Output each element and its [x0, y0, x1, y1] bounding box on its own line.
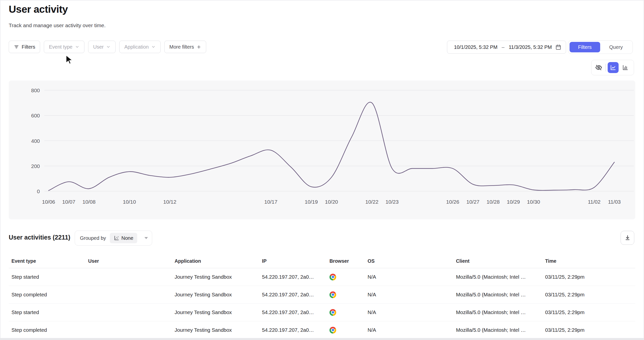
svg-text:400: 400: [31, 138, 40, 144]
svg-text:10/22: 10/22: [365, 199, 378, 205]
page-title: User activity: [9, 4, 68, 15]
filters-query-toggle: Filters Query: [568, 40, 633, 54]
chrome-icon: [330, 291, 336, 298]
cell-application: Journey Testing Sandbox: [172, 292, 259, 298]
grouped-by-chip[interactable]: None: [110, 233, 138, 243]
date-range-end: 11/3/2025, 5:32 PM: [509, 44, 552, 50]
svg-text:10/19: 10/19: [305, 199, 318, 205]
svg-text:600: 600: [31, 113, 40, 118]
chevron-down-icon: [106, 45, 110, 49]
svg-text:0: 0: [37, 188, 40, 194]
chrome-icon: [330, 309, 336, 316]
svg-text:10/30: 10/30: [527, 199, 540, 205]
mouse-cursor: [65, 55, 74, 65]
cell-event-type: Step started: [9, 274, 86, 280]
svg-text:800: 800: [31, 88, 40, 93]
chrome-icon: [330, 327, 336, 333]
svg-text:10/26: 10/26: [446, 199, 460, 205]
cell-event-type: Step completed: [9, 292, 86, 298]
table-row[interactable]: Step completedJourney Testing Sandbox54.…: [9, 286, 635, 304]
activity-chart-panel: 020040060080010/0610/0710/0810/1010/1210…: [9, 81, 635, 219]
bar-chart-button[interactable]: [620, 62, 630, 73]
svg-text:10/17: 10/17: [264, 199, 278, 205]
bottom-strip: [0, 338, 644, 340]
chevron-down-icon: [151, 45, 156, 49]
column-header: Event type: [9, 258, 86, 264]
user-activity-page: User activity Track and manage user acti…: [0, 0, 644, 340]
cell-os: N/A: [365, 327, 453, 333]
svg-text:11/03: 11/03: [608, 199, 621, 205]
user-filter-label: User: [93, 44, 104, 50]
page-subtitle: Track and manage user activity over time…: [9, 23, 106, 29]
application-filter-label: Application: [124, 44, 149, 50]
cell-ip: 54.220.197.207, 2a0…: [259, 309, 327, 315]
cell-client: Mozilla/5.0 (Macintosh; Intel …: [453, 327, 542, 333]
column-header: Time: [542, 258, 635, 264]
table-header-row: Event typeUserApplicationIPBrowserOSClie…: [9, 254, 635, 268]
date-range-picker[interactable]: 10/1/2025, 5:32 PM – 11/3/2025, 5:32 PM: [447, 41, 566, 54]
cell-time: 03/11/25, 2:29pm: [542, 309, 635, 315]
cell-application: Journey Testing Sandbox: [172, 274, 259, 280]
more-filters-label: More filters: [169, 44, 194, 50]
svg-text:11/02: 11/02: [588, 199, 600, 205]
column-header: Application: [172, 258, 259, 264]
bar-chart-icon: [622, 64, 628, 71]
application-filter[interactable]: Application: [119, 41, 161, 53]
filters-button-label: Filters: [22, 44, 35, 50]
cell-client: Mozilla/5.0 (Macintosh; Intel …: [453, 274, 542, 280]
date-range-start: 10/1/2025, 5:32 PM: [454, 44, 498, 50]
query-tab[interactable]: Query: [601, 42, 631, 52]
column-header: IP: [259, 258, 327, 264]
cell-browser: [327, 309, 365, 315]
table-row[interactable]: Step startedJourney Testing Sandbox54.22…: [9, 268, 635, 286]
plus-icon: [196, 45, 201, 49]
cell-browser: [327, 326, 365, 333]
cell-client: Mozilla/5.0 (Macintosh; Intel …: [453, 309, 542, 315]
cell-time: 03/11/25, 2:29pm: [542, 327, 635, 333]
svg-text:10/23: 10/23: [386, 199, 399, 205]
activity-line-chart: 020040060080010/0610/0710/0810/1010/1210…: [9, 81, 635, 219]
chevron-down-icon: [75, 45, 80, 49]
svg-text:10/07: 10/07: [62, 199, 76, 205]
activities-title: User activities (2211): [9, 234, 70, 241]
table-row[interactable]: Step completedJourney Testing Sandbox54.…: [9, 321, 635, 339]
cell-event-type: Step started: [9, 309, 86, 315]
cell-time: 03/11/25, 2:29pm: [542, 274, 635, 280]
svg-text:10/20: 10/20: [325, 199, 338, 205]
line-chart-icon: [610, 64, 616, 71]
line-chart-button[interactable]: [608, 62, 618, 73]
cell-event-type: Step completed: [9, 327, 86, 333]
cell-time: 03/11/25, 2:29pm: [542, 292, 635, 298]
toolbar-divider: [606, 64, 606, 71]
svg-text:200: 200: [31, 163, 40, 169]
filters-tab[interactable]: Filters: [570, 42, 600, 52]
grouped-by-control[interactable]: Grouped by None: [75, 231, 152, 245]
column-header: Browser: [327, 258, 365, 264]
download-button[interactable]: [620, 231, 634, 245]
svg-text:10/27: 10/27: [466, 199, 480, 205]
svg-text:10/06: 10/06: [42, 199, 55, 205]
cell-application: Journey Testing Sandbox: [172, 327, 259, 333]
cell-application: Journey Testing Sandbox: [172, 309, 259, 315]
svg-text:10/12: 10/12: [163, 199, 176, 205]
dropdown-caret-icon: [144, 237, 148, 239]
eye-off-icon: [595, 64, 602, 71]
hide-chart-button[interactable]: [594, 62, 604, 73]
event-type-filter-label: Event type: [49, 44, 72, 50]
table-row[interactable]: Step startedJourney Testing Sandbox54.22…: [9, 304, 635, 321]
filter-bar: Filters Event type User Application More…: [9, 41, 206, 53]
column-header: User: [86, 258, 172, 264]
svg-text:10/29: 10/29: [507, 199, 520, 205]
event-type-filter[interactable]: Event type: [44, 41, 84, 53]
scatter-chart-icon: [114, 235, 119, 241]
user-filter[interactable]: User: [88, 41, 116, 53]
filters-button[interactable]: Filters: [9, 41, 40, 53]
cell-ip: 54.220.197.207, 2a0…: [259, 327, 327, 333]
svg-text:10/28: 10/28: [486, 199, 500, 205]
chart-view-toolbar: [591, 60, 634, 75]
download-icon: [624, 234, 631, 241]
svg-text:10/08: 10/08: [82, 199, 96, 205]
more-filters-button[interactable]: More filters: [164, 41, 206, 53]
calendar-icon: [555, 44, 562, 50]
activities-table: Event typeUserApplicationIPBrowserOSClie…: [9, 254, 635, 339]
